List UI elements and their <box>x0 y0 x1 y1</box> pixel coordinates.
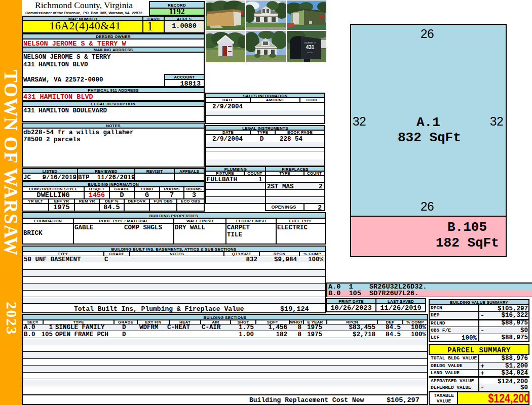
svg-text:~=O=~: ~=O=~ <box>307 51 314 54</box>
svg-text:431: 431 <box>306 45 315 50</box>
svg-text:US ARMY ##: US ARMY ## <box>304 42 316 44</box>
